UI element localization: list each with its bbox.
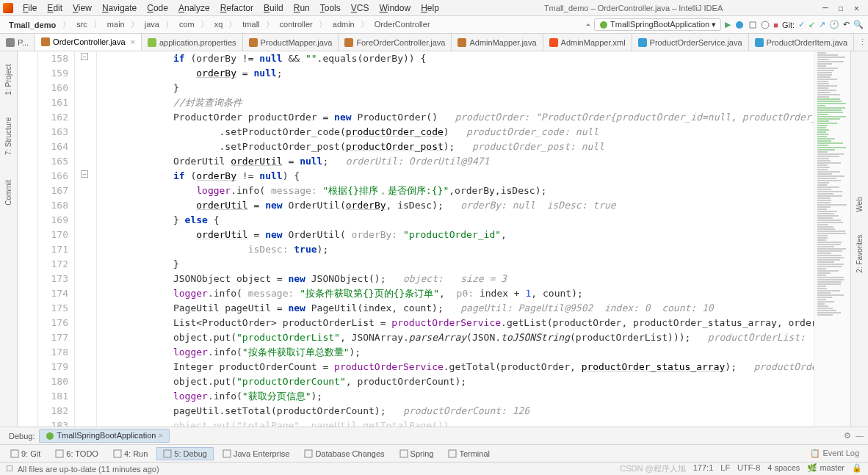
code-line[interactable]: OrderUtil orderUtil = null; orderUtil: O…: [104, 154, 814, 169]
code-line[interactable]: logger.info( message: "根据{}排序，是否倒序:{}",o…: [104, 184, 814, 198]
web-tool-button[interactable]: Web: [853, 195, 866, 214]
code-line[interactable]: if (orderBy != null && "".equals(orderBy…: [104, 51, 814, 66]
code-line[interactable]: logger.info("获取分页信息");: [104, 389, 814, 404]
editor-tab[interactable]: ForeOrderController.java: [339, 34, 452, 51]
breadcrumb-item[interactable]: main: [104, 19, 129, 29]
indent[interactable]: 4 spaces: [767, 463, 800, 474]
code-line[interactable]: logger.info("按条件获取订单总数量");: [104, 345, 814, 360]
code-line[interactable]: ProductOrder productOrder = new ProductO…: [104, 110, 814, 125]
commit-tool-button[interactable]: Commit: [2, 178, 15, 207]
project-tool-button[interactable]: 1: Project: [2, 62, 15, 97]
debug-session-tab[interactable]: TmallSpringBootApplication ×: [39, 429, 170, 443]
menu-code[interactable]: Code: [142, 1, 173, 15]
editor-tab[interactable]: P...: [0, 34, 35, 51]
tool-tab-databasechanges[interactable]: Database Changes: [298, 448, 390, 460]
line-ending[interactable]: LF: [720, 463, 730, 474]
project-crumb[interactable]: Tmall_demo: [4, 19, 60, 31]
tool-tab-git[interactable]: 9: Git: [4, 448, 46, 460]
editor-tab[interactable]: ProductOrderItem.java: [749, 34, 855, 51]
git-commit-icon[interactable]: ↙: [809, 20, 815, 29]
menu-tools[interactable]: Tools: [315, 1, 346, 15]
lock-icon[interactable]: 🔒: [852, 463, 862, 474]
tool-tab-spring[interactable]: Spring: [394, 448, 440, 460]
event-log-button[interactable]: 📋 Event Log: [806, 447, 864, 460]
search-icon[interactable]: [583, 21, 590, 29]
editor-tab[interactable]: AdminMapper.xml: [543, 34, 632, 51]
run-icon[interactable]: ▶: [725, 20, 731, 29]
breadcrumb-item[interactable]: OrderController: [371, 19, 434, 29]
code-line[interactable]: orderBy = null;: [104, 66, 814, 81]
menu-view[interactable]: View: [68, 1, 97, 15]
caret-position[interactable]: 177:1: [693, 463, 714, 474]
menu-build[interactable]: Build: [258, 1, 289, 15]
close-icon[interactable]: ×: [159, 431, 163, 440]
close-icon[interactable]: ✕: [854, 3, 859, 13]
editor-tab[interactable]: application.properties: [142, 34, 243, 51]
code-line[interactable]: Integer productOrderCount = productOrder…: [104, 360, 814, 374]
breadcrumb-item[interactable]: java: [141, 19, 163, 29]
git-branch[interactable]: 🌿 master: [807, 463, 845, 474]
code-line[interactable]: .setProductOrder_post(productOrder_post)…: [104, 139, 814, 154]
menu-help[interactable]: Help: [416, 1, 444, 15]
menu-file[interactable]: File: [18, 1, 42, 15]
structure-tool-button[interactable]: 7: Structure: [2, 115, 15, 158]
tool-tab-terminal[interactable]: Terminal: [442, 448, 496, 460]
code-line[interactable]: object.put("productOrderList", JSONArray…: [104, 330, 814, 345]
code-line[interactable]: JSONObject object = new JSONObject(); ob…: [104, 272, 814, 286]
profile-icon[interactable]: [761, 20, 770, 29]
code-line[interactable]: logger.info( message: "按条件获取第{}页的{}条订单",…: [104, 286, 814, 301]
git-update-icon[interactable]: ✓: [798, 20, 805, 29]
maximize-icon[interactable]: ☐: [839, 3, 844, 13]
encoding[interactable]: UTF-8: [737, 463, 760, 474]
minimap[interactable]: [814, 51, 850, 427]
menu-window[interactable]: Window: [374, 1, 416, 15]
git-history-icon[interactable]: 🕐: [829, 20, 839, 29]
tool-tab-todo[interactable]: 6: TODO: [49, 448, 104, 460]
tabs-dropdown-icon[interactable]: ⋮: [854, 37, 868, 47]
code-line[interactable]: PageUtil pageUtil = new PageUtil(index, …: [104, 301, 814, 316]
breadcrumb-item[interactable]: controller: [276, 19, 317, 29]
editor-tab[interactable]: OrderController.java×: [35, 34, 142, 51]
breadcrumb-item[interactable]: tmall: [239, 19, 263, 29]
tool-tab-run[interactable]: 4: Run: [107, 448, 153, 460]
minimize-icon[interactable]: ─: [822, 3, 828, 13]
debug-icon[interactable]: [734, 19, 745, 29]
breadcrumb-item[interactable]: admin: [329, 19, 358, 29]
code-line[interactable]: .setProductOrder_code(productOrder_code)…: [104, 125, 814, 139]
code-line[interactable]: object put("totalPage" pageUtil getTotal…: [104, 418, 814, 427]
breadcrumb-item[interactable]: xq: [211, 19, 227, 29]
code-line[interactable]: List<ProductOrder> productOrderList = pr…: [104, 316, 814, 330]
menu-analyze[interactable]: Analyze: [173, 1, 215, 15]
fold-marker-icon[interactable]: −: [81, 53, 88, 60]
code-line[interactable]: //封装查询条件: [104, 95, 814, 110]
breadcrumb-item[interactable]: src: [73, 19, 91, 29]
code-line[interactable]: }: [104, 257, 814, 272]
settings-icon[interactable]: ⚙: [844, 431, 851, 440]
code-line[interactable]: orderUtil = new OrderUtil( orderBy: "pro…: [104, 228, 814, 242]
git-push-icon[interactable]: ↗: [819, 20, 825, 29]
search-everywhere-icon[interactable]: 🔍: [853, 20, 864, 29]
menu-run[interactable]: Run: [289, 1, 315, 15]
code-line[interactable]: isDesc: true);: [104, 242, 814, 257]
coverage-icon[interactable]: [748, 20, 757, 29]
favorites-tool-button[interactable]: 2: Favorites: [853, 232, 866, 275]
editor-tab[interactable]: ProductMapper.java: [243, 34, 339, 51]
editor-tab[interactable]: AdminMapper.java: [452, 34, 543, 51]
tool-tab-javaenterprise[interactable]: Java Enterprise: [217, 448, 295, 460]
code-line[interactable]: orderUtil = new OrderUtil(orderBy, isDes…: [104, 198, 814, 213]
tool-tab-debug[interactable]: 5: Debug: [156, 447, 214, 460]
fold-marker-icon[interactable]: −: [81, 170, 88, 178]
stop-icon[interactable]: ■: [773, 21, 778, 29]
code-line[interactable]: } else {: [104, 213, 814, 228]
git-rollback-icon[interactable]: ↶: [843, 20, 850, 29]
code-line[interactable]: if (orderBy != null) {: [104, 169, 814, 184]
code-area[interactable]: if (orderBy != null && "".equals(orderBy…: [97, 51, 814, 427]
close-icon[interactable]: ×: [131, 37, 135, 46]
editor-tab[interactable]: ProductOrderService.java: [632, 34, 749, 51]
run-config-selector[interactable]: TmallSpringBootApplication ▾: [594, 18, 721, 31]
menu-refactor[interactable]: Refactor: [215, 1, 258, 15]
code-line[interactable]: object.put("productOrderCount", productO…: [104, 374, 814, 389]
menu-edit[interactable]: Edit: [42, 1, 68, 15]
minimize-panel-icon[interactable]: —: [856, 431, 864, 440]
menu-navigate[interactable]: Navigate: [97, 1, 142, 15]
